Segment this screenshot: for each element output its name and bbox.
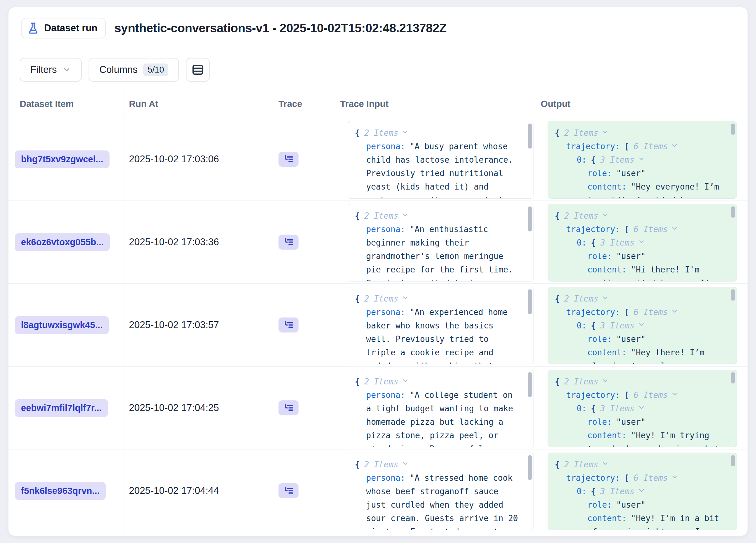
scrollbar[interactable] [731, 207, 735, 218]
collapse-chevron-icon[interactable] [601, 292, 609, 305]
json-items-count: 3 Items [600, 402, 635, 415]
trace-input-json-viewer: {2 Items persona:"A college student on a… [348, 370, 534, 447]
collapse-chevron-icon[interactable] [671, 223, 678, 236]
scrollbar[interactable] [528, 124, 532, 149]
dataset-item-badge[interactable]: l8agtuwxisgwk45... [15, 316, 109, 334]
collapse-chevron-icon[interactable] [638, 153, 645, 167]
collapse-chevron-icon[interactable] [601, 126, 609, 140]
output-json-viewer: {2 Items trajectory:[6 Items 0:{3 Items … [548, 121, 737, 199]
trace-input-cell: {2 Items persona:"An experienced home ba… [335, 284, 536, 366]
column-header-output[interactable]: Output [536, 90, 748, 118]
json-items-count: 6 Items [634, 388, 668, 402]
collapse-chevron-icon[interactable] [638, 236, 645, 250]
collapse-chevron-icon[interactable] [401, 375, 409, 388]
trace-button[interactable] [278, 483, 299, 498]
persona-value-first-line: "An enthusiastic [410, 223, 488, 236]
collapse-chevron-icon[interactable] [671, 388, 678, 402]
trace-button[interactable] [278, 235, 299, 250]
scrollbar[interactable] [528, 289, 532, 314]
column-header-trace-input[interactable]: Trace Input [335, 90, 536, 118]
scrollbar[interactable] [731, 455, 735, 466]
chevron-down-icon [62, 65, 71, 74]
list-tree-icon [283, 154, 294, 165]
json-open-bracket: [ [624, 471, 629, 485]
column-header-dataset-item[interactable]: Dataset Item [8, 90, 124, 118]
collapse-chevron-icon[interactable] [638, 485, 645, 498]
trace-input-cell: {2 Items persona:"A busy parent whose ch… [335, 118, 536, 201]
dataset-run-card: Dataset run synthetic-conversations-v1 -… [8, 7, 748, 536]
dataset-item-badge[interactable]: bhg7t5xv9zgwcel... [15, 151, 110, 168]
table-row: bhg7t5xv9zgwcel... 2025-10-02 17:03:06 {… [8, 118, 748, 201]
scrollbar[interactable] [731, 289, 735, 300]
row-height-button[interactable] [186, 58, 210, 82]
collapse-chevron-icon[interactable] [671, 471, 678, 485]
trace-button[interactable] [278, 317, 299, 332]
output-json-viewer: {2 Items trajectory:[6 Items 0:{3 Items … [548, 370, 737, 447]
collapse-chevron-icon[interactable] [671, 305, 678, 319]
trace-input-cell: {2 Items persona:"An enthusiastic beginn… [335, 201, 536, 283]
trace-cell [273, 118, 335, 201]
json-items-count: 6 Items [634, 140, 668, 153]
trace-input-json-viewer: {2 Items persona:"An experienced home ba… [348, 287, 534, 364]
collapse-chevron-icon[interactable] [638, 402, 645, 415]
json-key-index-0: 0: [577, 319, 586, 332]
json-items-count: 6 Items [634, 223, 668, 236]
content-value-first-line: "Hey everyone! I’m [631, 180, 719, 194]
column-header-run-at[interactable]: Run At [124, 90, 273, 118]
json-items-count: 6 Items [634, 305, 668, 319]
collapse-chevron-icon[interactable] [401, 209, 409, 223]
json-key-index-0: 0: [577, 402, 586, 415]
run-at-cell: 2025-10-02 17:03:36 [124, 201, 273, 283]
json-key-role: role: [587, 332, 612, 346]
json-key-content: content: [587, 346, 626, 359]
columns-button[interactable]: Columns 5/10 [89, 58, 179, 82]
rows-icon [191, 63, 204, 76]
trace-button[interactable] [278, 152, 299, 167]
scrollbar[interactable] [528, 207, 532, 232]
collapse-chevron-icon[interactable] [601, 458, 609, 471]
collapse-chevron-icon[interactable] [601, 209, 609, 223]
content-value-wrapped-lines: in a bit of a bind here [587, 194, 726, 199]
scrollbar[interactable] [528, 455, 532, 480]
run-at-value: 2025-10-02 17:03:06 [129, 154, 219, 165]
trace-button[interactable] [278, 400, 299, 415]
run-at-value: 2025-10-02 17:04:44 [129, 485, 219, 496]
persona-value-first-line: "A busy parent whose [410, 140, 508, 153]
filters-button[interactable]: Filters [20, 58, 82, 82]
column-header-trace[interactable]: Trace [273, 90, 335, 118]
persona-value-wrapped-lines: whose beef stroganoff sauce just curdled… [366, 485, 523, 530]
content-value-first-line: "Hi there! I'm [631, 263, 699, 276]
collapse-chevron-icon[interactable] [601, 375, 609, 388]
persona-value-first-line: "A college student on [410, 388, 513, 402]
collapse-chevron-icon[interactable] [401, 458, 409, 471]
json-key-persona: persona: [366, 223, 405, 236]
collapse-chevron-icon[interactable] [401, 126, 409, 140]
collapse-chevron-icon[interactable] [638, 319, 645, 332]
scrollbar[interactable] [528, 372, 532, 397]
trace-input-json-viewer: {2 Items persona:"An enthusiastic beginn… [348, 204, 534, 281]
json-key-role: role: [587, 415, 612, 429]
role-value: "user" [616, 498, 646, 512]
json-items-count: 2 Items [564, 126, 599, 140]
collapse-chevron-icon[interactable] [401, 292, 409, 305]
run-at-cell: 2025-10-02 17:03:57 [124, 284, 273, 366]
json-open-bracket: [ [624, 305, 629, 319]
scrollbar[interactable] [731, 124, 735, 135]
content-value-wrapped-lines: of a panic right now. I was [587, 525, 726, 530]
json-open-bracket: [ [624, 388, 629, 402]
json-key-trajectory: trajectory: [566, 305, 620, 319]
run-at-cell: 2025-10-02 17:04:44 [124, 449, 273, 532]
dataset-item-badge[interactable]: f5nk6lse963qrvn... [15, 482, 106, 500]
dataset-item-badge[interactable]: ek6oz6vtoxg055b... [15, 233, 110, 251]
output-cell: {2 Items trajectory:[6 Items 0:{3 Items … [536, 449, 748, 532]
collapse-chevron-icon[interactable] [671, 140, 678, 153]
dataset-item-badge[interactable]: eebwi7mfil7lqlf7r... [15, 399, 108, 417]
json-items-count: 2 Items [564, 375, 599, 388]
json-open-brace: { [591, 319, 596, 332]
run-at-value: 2025-10-02 17:03:57 [129, 319, 219, 330]
json-open-brace: { [591, 153, 596, 167]
json-open-brace: { [591, 402, 596, 415]
scrollbar[interactable] [731, 372, 735, 383]
json-items-count: 3 Items [600, 236, 635, 250]
dataset-item-cell: f5nk6lse963qrvn... [8, 449, 124, 532]
